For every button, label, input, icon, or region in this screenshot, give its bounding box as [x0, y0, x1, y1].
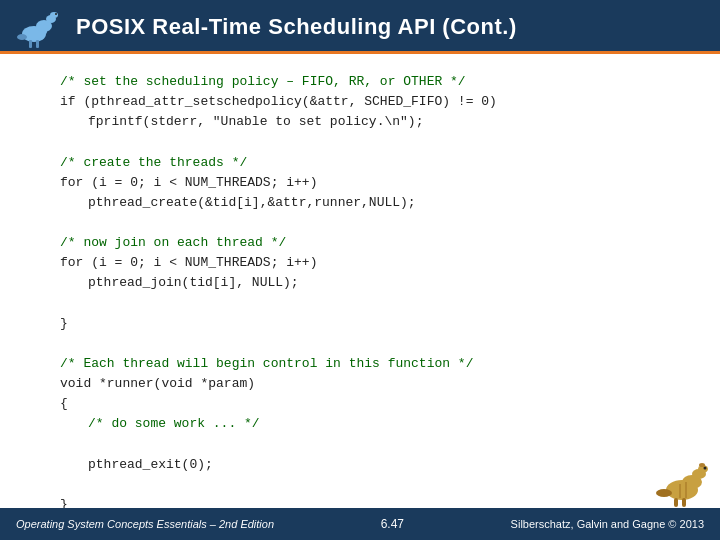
footer-page-number: 6.47 — [381, 517, 404, 531]
svg-point-17 — [656, 489, 672, 497]
code-content: /* set the scheduling policy – FIFO, RR,… — [0, 54, 720, 525]
svg-point-3 — [50, 12, 58, 18]
svg-point-4 — [55, 13, 57, 15]
code-line-13: } — [60, 314, 660, 334]
code-line-6: for (i = 0; i < NUM_THREADS; i++) — [60, 173, 660, 193]
header-dino-icon — [16, 4, 64, 50]
svg-rect-5 — [29, 40, 32, 48]
code-line-18: /* do some work ... */ — [60, 414, 660, 434]
code-line-3: fprintf(stderr, "Unable to set policy.\n… — [60, 112, 660, 132]
code-line-19 — [60, 435, 660, 455]
slide-container: POSIX Real-Time Scheduling API (Cont.) /… — [0, 0, 720, 540]
svg-rect-8 — [43, 24, 47, 34]
code-line-17: { — [60, 394, 660, 414]
svg-rect-6 — [36, 40, 39, 48]
header-title: POSIX Real-Time Scheduling API (Cont.) — [76, 14, 517, 40]
code-line-16: void *runner(void *param) — [60, 374, 660, 394]
code-line-5: /* create the threads */ — [60, 153, 660, 173]
code-line-9: /* now join on each thread */ — [60, 233, 660, 253]
svg-point-7 — [17, 34, 27, 40]
code-line-12 — [60, 294, 660, 314]
footer-dino-icon — [652, 456, 710, 508]
code-line-10: for (i = 0; i < NUM_THREADS; i++) — [60, 253, 660, 273]
header: POSIX Real-Time Scheduling API (Cont.) — [0, 0, 720, 54]
footer: Operating System Concepts Essentials – 2… — [0, 508, 720, 540]
code-line-8 — [60, 213, 660, 233]
svg-point-13 — [704, 467, 707, 470]
footer-left-text: Operating System Concepts Essentials – 2… — [16, 518, 274, 530]
code-line-4 — [60, 132, 660, 152]
code-line-1: /* set the scheduling policy – FIFO, RR,… — [60, 72, 660, 92]
code-line-2: if (pthread_attr_setschedpolicy(&attr, S… — [60, 92, 660, 112]
code-line-20: pthread_exit(0); — [60, 455, 660, 475]
header-underline — [0, 51, 720, 54]
svg-point-14 — [699, 463, 705, 467]
code-line-7: pthread_create(&tid[i],&attr,runner,NULL… — [60, 193, 660, 213]
svg-rect-15 — [674, 498, 678, 507]
code-line-21 — [60, 475, 660, 495]
code-line-15: /* Each thread will begin control in thi… — [60, 354, 660, 374]
svg-rect-16 — [682, 498, 686, 507]
code-line-11: pthread_join(tid[i], NULL); — [60, 273, 660, 293]
footer-right-text: Silberschatz, Galvin and Gagne © 2013 — [511, 518, 704, 530]
code-line-14 — [60, 334, 660, 354]
